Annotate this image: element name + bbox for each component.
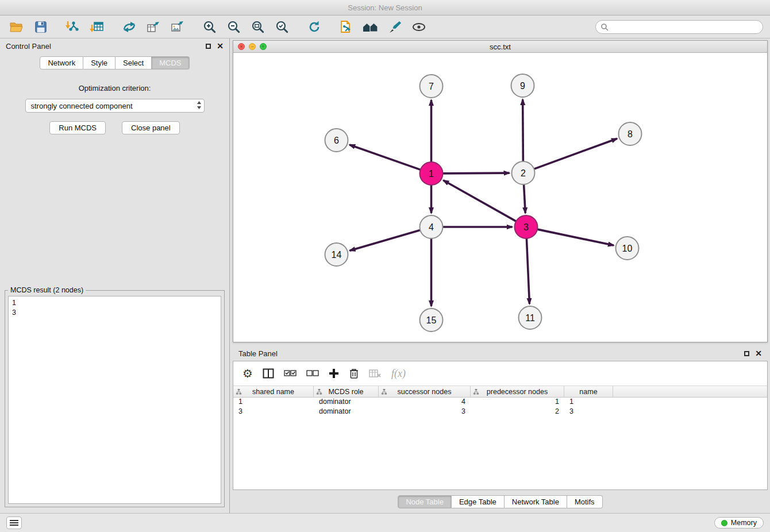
tab-mcds[interactable]: MCDS: [152, 56, 189, 70]
mcds-result-list[interactable]: 13: [8, 296, 221, 504]
sort-icon: [381, 388, 387, 397]
zoom-window-icon[interactable]: +: [260, 43, 267, 50]
table-cell[interactable]: 3: [564, 407, 613, 417]
column-header-predecessor-nodes[interactable]: predecessor nodes: [471, 386, 564, 397]
home-neighbors-icon[interactable]: [361, 18, 380, 36]
deselect-all-icon[interactable]: [306, 369, 319, 377]
run-mcds-button[interactable]: Run MCDS: [49, 121, 106, 134]
graph-edge-2-8[interactable]: [534, 138, 617, 169]
table-row[interactable]: 3dominator323: [233, 407, 767, 417]
table-row[interactable]: 1dominator411: [233, 398, 767, 407]
zoom-out-icon[interactable]: [224, 18, 244, 36]
mcds-result-title: MCDS result (2 nodes): [8, 286, 86, 294]
graph-edge-4-14[interactable]: [350, 230, 421, 251]
graph-node-15[interactable]: 15: [420, 309, 443, 331]
graph-edge-1-2[interactable]: [442, 173, 509, 174]
graph-node-14[interactable]: 14: [325, 243, 348, 266]
close-window-icon[interactable]: ×: [238, 43, 245, 50]
result-item[interactable]: 1: [12, 298, 217, 308]
result-item[interactable]: 3: [12, 308, 217, 318]
tab-style[interactable]: Style: [83, 56, 116, 70]
table-body[interactable]: 1dominator4113dominator323: [233, 398, 767, 417]
float-table-panel-icon[interactable]: [744, 351, 749, 356]
function-builder-icon: f(x): [391, 368, 406, 380]
svg-text:4: 4: [429, 222, 434, 232]
import-network-icon[interactable]: [63, 18, 83, 36]
graph-edge-3-10[interactable]: [537, 229, 614, 245]
close-table-panel-icon[interactable]: ✕: [755, 350, 762, 356]
graph-node-1[interactable]: 1: [420, 162, 443, 185]
zoom-selected-icon[interactable]: [272, 18, 292, 36]
settings-gear-icon[interactable]: ⚙: [242, 367, 253, 380]
tab-network-table[interactable]: Network Table: [505, 495, 567, 508]
svg-text:15: 15: [426, 315, 437, 325]
graph-edge-3-11[interactable]: [526, 238, 529, 304]
table-cell[interactable]: dominator: [314, 407, 379, 417]
graph-node-7[interactable]: 7: [420, 75, 443, 98]
main-toolbar: [0, 16, 770, 38]
tab-motifs[interactable]: Motifs: [567, 495, 603, 508]
network-graph[interactable]: 7968124310141511: [233, 53, 767, 342]
criterion-dropdown[interactable]: strongly connected component: [25, 99, 205, 113]
graph-edge-1-6[interactable]: [349, 145, 420, 169]
table-tabs-bar: Node Table Edge Table Network Table Moti…: [233, 490, 768, 513]
table-cell[interactable]: dominator: [314, 398, 379, 407]
memory-button[interactable]: Memory: [714, 517, 764, 529]
search-icon: [600, 23, 609, 31]
column-header-mcds-role[interactable]: MCDS role: [314, 386, 379, 397]
graph-node-8[interactable]: 8: [619, 122, 642, 145]
column-layout-icon[interactable]: [263, 368, 274, 379]
float-panel-icon[interactable]: [206, 44, 211, 49]
graph-edge-2-3[interactable]: [524, 184, 526, 213]
graph-node-10[interactable]: 10: [616, 237, 639, 260]
export-image-icon[interactable]: [168, 18, 187, 36]
column-header-name[interactable]: name: [564, 386, 613, 397]
select-all-icon[interactable]: [284, 369, 297, 377]
refresh-icon[interactable]: [305, 18, 324, 36]
close-panel-button[interactable]: Close panel: [122, 121, 180, 134]
network-canvas[interactable]: 7968124310141511: [233, 53, 767, 342]
add-column-icon[interactable]: [329, 368, 339, 379]
tab-node-table[interactable]: Node Table: [398, 495, 452, 508]
svg-text:2: 2: [521, 168, 526, 178]
graph-node-4[interactable]: 4: [420, 215, 443, 238]
table-cell[interactable]: 1: [564, 398, 613, 407]
task-history-icon[interactable]: [6, 516, 22, 529]
svg-text:9: 9: [520, 81, 525, 91]
graph-node-6[interactable]: 6: [325, 129, 348, 152]
import-table-icon[interactable]: [87, 18, 107, 36]
style-tool-icon[interactable]: [385, 18, 405, 36]
open-session-icon[interactable]: [7, 18, 26, 36]
tab-network[interactable]: Network: [40, 56, 83, 70]
close-panel-icon[interactable]: ✕: [217, 43, 224, 49]
column-header-shared-name[interactable]: shared name: [233, 386, 314, 397]
status-bar: Memory: [0, 513, 770, 532]
save-session-icon[interactable]: [31, 18, 51, 36]
zoom-in-icon[interactable]: [200, 18, 220, 36]
table-toolbar: ⚙: [233, 361, 767, 385]
clone-network-icon[interactable]: [337, 18, 356, 36]
table-cell[interactable]: 3: [233, 407, 314, 417]
column-header-successor-nodes[interactable]: successor nodes: [379, 386, 471, 397]
table-cell[interactable]: 1: [233, 398, 314, 407]
delete-column-icon[interactable]: [349, 368, 359, 379]
search-field[interactable]: [595, 20, 763, 34]
graph-node-2[interactable]: 2: [512, 161, 535, 184]
tab-edge-table[interactable]: Edge Table: [452, 495, 505, 508]
table-cell[interactable]: 2: [471, 407, 564, 417]
search-input[interactable]: [609, 22, 758, 31]
export-network-icon[interactable]: [144, 18, 163, 36]
graph-node-11[interactable]: 11: [519, 306, 542, 329]
graph-edge-2-9[interactable]: [523, 99, 523, 161]
show-hide-eye-icon[interactable]: [409, 18, 429, 36]
table-cell[interactable]: 3: [379, 407, 471, 417]
graph-edge-3-1[interactable]: [443, 180, 516, 221]
graph-node-9[interactable]: 9: [511, 74, 534, 97]
table-cell[interactable]: 1: [471, 398, 564, 407]
shuffle-network-icon[interactable]: [120, 18, 139, 36]
table-cell[interactable]: 4: [379, 398, 471, 407]
graph-node-3[interactable]: 3: [515, 215, 538, 238]
minimize-window-icon[interactable]: −: [249, 43, 256, 50]
tab-select[interactable]: Select: [116, 56, 152, 70]
zoom-fit-icon[interactable]: [248, 18, 268, 36]
